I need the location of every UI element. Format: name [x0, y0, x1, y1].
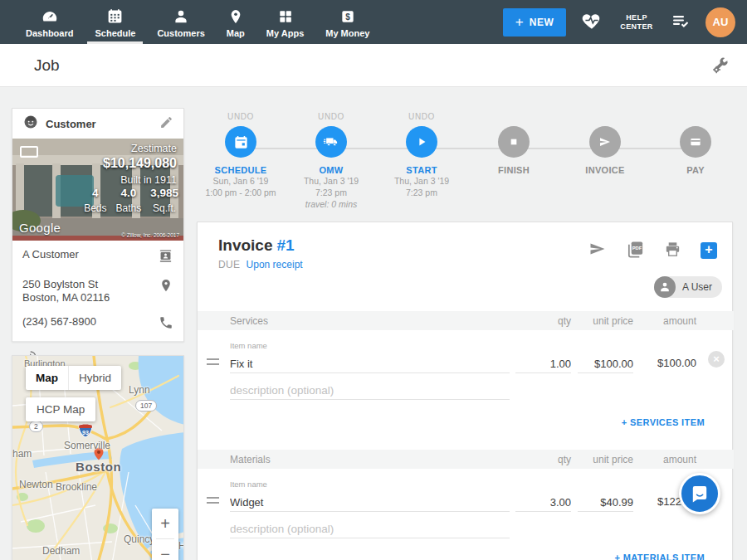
delete-service-item-icon[interactable]: ×	[708, 351, 725, 368]
nav-item-customers[interactable]: Customers	[146, 0, 215, 44]
edit-pencil-icon[interactable]	[159, 115, 173, 133]
invoice-actions: PDF +	[588, 239, 717, 262]
service-qty-input[interactable]	[515, 355, 571, 373]
map-label-newton: Newton	[19, 479, 53, 490]
map-label-somerville: Somerville	[64, 440, 110, 451]
map-label-brookline: Brookline	[56, 481, 97, 493]
location-pin-icon[interactable]	[159, 278, 173, 296]
chat-fab-button[interactable]	[679, 473, 720, 514]
services-header: Services qty unit price amount	[198, 311, 734, 330]
drag-handle-icon[interactable]	[207, 497, 219, 504]
step-finish[interactable]: FINISH	[466, 112, 562, 175]
nav-item-schedule[interactable]: Schedule	[84, 0, 146, 44]
nav-item-label: My Apps	[266, 28, 304, 38]
contact-card-icon[interactable]	[158, 248, 173, 267]
step-omw[interactable]: UNDO OMW Thu, Jan 3 '19 7:23 pm travel: …	[283, 112, 379, 210]
map-type-buttons: Map Hybrid	[26, 366, 121, 390]
drag-handle-icon[interactable]	[207, 358, 219, 365]
print-icon[interactable]	[663, 240, 682, 262]
nav-item-label: My Money	[325, 28, 369, 38]
map-button[interactable]: Map	[26, 366, 68, 390]
undo-link[interactable]: UNDO	[193, 112, 289, 124]
map-widget[interactable]: 93 2 107 Burlington Lynn Somerville ham …	[12, 355, 184, 560]
property-stats: 4Beds 4.0Baths 3,985Sq.ft.	[84, 187, 178, 214]
add-services-item-link[interactable]: + SERVICES ITEM	[622, 417, 705, 427]
hybrid-button[interactable]: Hybrid	[68, 366, 121, 390]
step-pay[interactable]: PAY	[647, 112, 744, 175]
map-label-hingham: Hi	[178, 540, 184, 552]
zoom-in-button[interactable]: +	[152, 509, 178, 538]
svg-text:PDF: PDF	[632, 246, 642, 251]
step-invoice[interactable]: INVOICE	[557, 112, 653, 175]
dashboard-icon	[41, 7, 59, 27]
phone-icon[interactable]	[159, 315, 173, 334]
materials-section-label: Materials	[230, 454, 271, 465]
nav-item-label: Dashboard	[26, 28, 73, 38]
service-item-name-input[interactable]	[230, 355, 510, 373]
finish-step-icon	[498, 126, 530, 158]
material-item-name-input[interactable]	[230, 494, 510, 512]
map-zoom-control: + −	[152, 509, 178, 560]
assignee-name: A User	[682, 281, 712, 293]
service-unit-price-input[interactable]	[578, 355, 633, 373]
job-status-pipeline: UNDO SCHEDULE Sun, Jan 6 '19 1:00 pm - 2…	[197, 112, 733, 217]
google-watermark: Google	[19, 221, 61, 235]
job-tools-icon[interactable]	[710, 56, 730, 79]
map-label-lynn: Lynn	[129, 384, 150, 396]
add-invoice-button[interactable]: +	[701, 242, 717, 259]
customer-name: A Customer	[22, 248, 158, 261]
undo-link[interactable]: UNDO	[374, 112, 470, 124]
route-107-badge: 107	[135, 400, 157, 411]
schedule-icon	[106, 7, 124, 27]
hcp-map-button[interactable]: HCP Map	[26, 397, 95, 421]
material-qty-input[interactable]	[515, 494, 571, 512]
map-label-quincy: Quincy	[124, 533, 154, 545]
nav-item-my-apps[interactable]: My Apps	[256, 0, 315, 44]
zestimate-value: $10,149,080	[103, 156, 177, 171]
step-schedule[interactable]: UNDO SCHEDULE Sun, Jan 6 '19 1:00 pm - 2…	[193, 112, 289, 198]
due-value[interactable]: Upon receipt	[247, 259, 303, 270]
assignee-avatar-icon	[654, 276, 676, 298]
checklist-icon[interactable]	[671, 11, 691, 34]
user-avatar[interactable]: AU	[706, 7, 735, 37]
send-icon[interactable]	[588, 239, 608, 262]
customer-phone-row: (234) 567-8900	[12, 309, 183, 338]
svg-text:$: $	[345, 12, 350, 21]
service-description-input[interactable]	[230, 382, 510, 400]
map-label-boston: Boston	[76, 460, 121, 474]
undo-link[interactable]: UNDO	[283, 112, 379, 124]
new-button[interactable]: + NEW	[503, 8, 566, 37]
address-line1: 250 Boylston St	[22, 278, 159, 291]
nav-item-map[interactable]: Map	[216, 0, 256, 44]
page-title: Job	[34, 56, 60, 75]
customer-face-icon	[22, 114, 39, 134]
nav-item-label: Schedule	[95, 28, 135, 38]
material-unit-price-input[interactable]	[578, 494, 633, 512]
property-photo[interactable]: Zestimate $10,149,080 Built in 1911 4Bed…	[12, 139, 183, 241]
material-description-input[interactable]	[230, 520, 510, 538]
page-header: Job	[0, 44, 747, 87]
nav-item-my-money[interactable]: $ My Money	[315, 0, 380, 44]
unit-price-column-header: unit price	[567, 315, 633, 327]
unit-price-column-header: unit price	[567, 454, 633, 465]
qty-column-header: qty	[521, 454, 571, 465]
map-label-waltham: ham	[12, 448, 32, 460]
amount-column-header: amount	[633, 315, 696, 327]
pdf-icon[interactable]: PDF	[626, 240, 645, 262]
address-line2: Boston, MA 02116	[22, 291, 159, 304]
nav-item-label: Customers	[157, 28, 204, 38]
built-year: Built in 1911	[103, 174, 177, 186]
zillow-copyright: © Zillow, Inc. 2006-2017	[121, 232, 179, 238]
invoice-number: #1	[276, 236, 294, 254]
zestimate-label: Zestimate	[103, 143, 177, 154]
svg-text:93: 93	[82, 430, 89, 436]
zestimate-overlay: Zestimate $10,149,080 Built in 1911	[103, 143, 177, 186]
assignee-chip[interactable]: A User	[654, 276, 722, 298]
add-materials-item-link[interactable]: + MATERIALS ITEM	[614, 553, 705, 560]
step-start[interactable]: UNDO START Thu, Jan 3 '19 7:23 pm	[374, 112, 470, 198]
zoom-out-button[interactable]: −	[152, 539, 178, 560]
health-pulse-icon[interactable]	[581, 10, 603, 35]
omw-step-icon	[315, 126, 347, 158]
help-center-link[interactable]: HELP CENTER	[618, 13, 656, 32]
nav-item-dashboard[interactable]: Dashboard	[15, 0, 84, 44]
